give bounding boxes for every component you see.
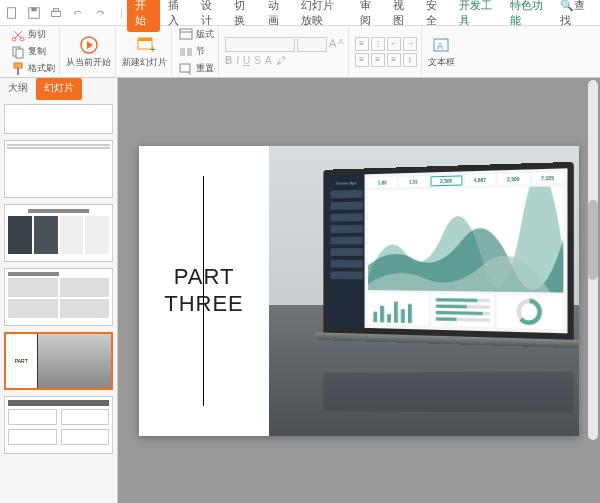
thumb-part-label: PART xyxy=(6,334,38,388)
thumbnail-list[interactable]: PART xyxy=(0,100,117,503)
strike-button[interactable]: S xyxy=(254,55,261,66)
stat-value: 1.89 xyxy=(378,179,387,185)
svg-rect-22 xyxy=(373,311,377,321)
new-slide-label: 新建幻灯片 xyxy=(122,56,167,69)
font-increase-icon[interactable]: A xyxy=(329,37,336,52)
copy-label: 复制 xyxy=(28,45,46,58)
outline-tab[interactable]: 大纲 xyxy=(0,78,36,100)
laptop-screen: Remote Agst 1.89 1.51 2,500 4,867 2,500 xyxy=(323,161,573,339)
cut-label: 剪切 xyxy=(28,28,46,41)
svg-rect-25 xyxy=(394,301,398,322)
svg-rect-18 xyxy=(187,48,192,56)
stat-value: 2,500 xyxy=(507,175,520,181)
slide-title[interactable]: PART THREE xyxy=(164,264,244,317)
section-label: 节 xyxy=(196,45,205,58)
stat-value: 7,325 xyxy=(541,174,554,181)
textbox-button[interactable]: A 文本框 xyxy=(428,35,455,69)
svg-rect-4 xyxy=(53,8,58,11)
file-icon[interactable] xyxy=(4,5,20,21)
format-painter-button[interactable]: 格式刷 xyxy=(10,61,55,77)
align-center-button[interactable]: ≡ xyxy=(371,53,385,67)
font-decrease-icon[interactable]: A xyxy=(338,37,343,52)
layout-group: 版式 节 重置 xyxy=(174,28,219,76)
print-icon[interactable] xyxy=(48,5,64,21)
divider: | xyxy=(120,7,123,19)
bullets-button[interactable]: ≡ xyxy=(355,37,369,51)
slides-group: + 新建幻灯片 xyxy=(118,28,172,76)
svg-rect-29 xyxy=(436,298,477,302)
svg-rect-15 xyxy=(180,29,192,39)
scrollbar-thumb[interactable] xyxy=(588,200,598,280)
svg-rect-13 xyxy=(138,38,152,41)
dashboard-stats: 1.89 1.51 2,500 4,867 2,500 7,325 xyxy=(368,172,563,187)
search-icon: 🔍 xyxy=(560,0,574,11)
svg-text:A: A xyxy=(437,41,443,51)
save-icon[interactable] xyxy=(26,5,42,21)
content-area: 大纲 幻灯片 PART PART THREE xyxy=(0,78,600,503)
new-slide-button[interactable]: + 新建幻灯片 xyxy=(122,35,167,69)
undo-icon[interactable] xyxy=(70,5,86,21)
svg-rect-17 xyxy=(180,48,185,56)
align-right-button[interactable]: ≡ xyxy=(387,53,401,67)
title-line-2: THREE xyxy=(164,291,244,317)
svg-rect-3 xyxy=(52,11,61,16)
highlight-button[interactable]: 🖍 xyxy=(276,55,286,66)
slide-canvas[interactable]: PART THREE Remote Agst xyxy=(118,78,600,503)
dashboard-brand: Remote Agst xyxy=(330,180,362,187)
svg-rect-10 xyxy=(17,68,19,75)
line-spacing-button[interactable]: ↕ xyxy=(403,53,417,67)
reset-button[interactable]: 重置 xyxy=(178,61,214,77)
stat-value: 2,500 xyxy=(440,177,452,183)
slides-tab[interactable]: 幻灯片 xyxy=(36,78,82,100)
tab-special[interactable]: 特色功能 xyxy=(502,0,552,32)
title-line-1: PART xyxy=(164,264,244,290)
slide-thumbnail[interactable] xyxy=(4,140,113,198)
vertical-scrollbar[interactable] xyxy=(588,80,598,440)
indent-inc-button[interactable]: → xyxy=(403,37,417,51)
laptop-photo: Remote Agst 1.89 1.51 2,500 4,867 2,500 xyxy=(269,146,579,436)
dashboard-sidebar: Remote Agst xyxy=(329,174,365,328)
font-size-input[interactable] xyxy=(297,37,327,52)
svg-rect-26 xyxy=(401,309,405,323)
cut-button[interactable]: 剪切 xyxy=(10,27,55,43)
sidepanel-tabs: 大纲 幻灯片 xyxy=(0,78,117,100)
svg-rect-31 xyxy=(436,304,467,308)
stat-value: 4,867 xyxy=(474,176,486,182)
slideshow-group: 从当前开始 xyxy=(62,28,116,76)
svg-rect-23 xyxy=(380,305,384,322)
slide-thumbnail-selected[interactable]: PART xyxy=(4,332,113,390)
layout-button[interactable]: 版式 xyxy=(178,27,214,43)
slide-thumbnail[interactable] xyxy=(4,204,113,262)
clipboard-group: 剪切 复制 格式刷 xyxy=(6,28,60,76)
numbering-button[interactable]: ⋮ xyxy=(371,37,385,51)
svg-rect-33 xyxy=(436,310,483,314)
textbox-group: A 文本框 xyxy=(424,28,459,76)
slide-thumbnail[interactable] xyxy=(4,104,113,134)
reset-label: 重置 xyxy=(196,62,214,75)
svg-rect-35 xyxy=(436,317,457,321)
stat-value: 1.51 xyxy=(409,178,418,184)
paragraph-group: ≡ ⋮ ← → ≡ ≡ ≡ ↕ xyxy=(351,28,422,76)
indent-dec-button[interactable]: ← xyxy=(387,37,401,51)
start-from-current-label: 从当前开始 xyxy=(66,56,111,69)
menubar: | 开始 插入 设计 切换 动画 幻灯片放映 审阅 视图 安全 开发工具 特色功… xyxy=(0,0,600,26)
svg-rect-24 xyxy=(387,314,391,322)
copy-button[interactable]: 复制 xyxy=(10,44,55,60)
tab-developer[interactable]: 开发工具 xyxy=(451,0,501,32)
italic-button[interactable]: I xyxy=(236,55,239,66)
font-color-button[interactable]: A xyxy=(265,55,272,66)
ribbon: 剪切 复制 格式刷 从当前开始 + 新建幻灯片 版式 节 重置 A A xyxy=(0,26,600,78)
bold-button[interactable]: B xyxy=(225,55,232,66)
slide-thumbnail[interactable] xyxy=(4,396,113,454)
underline-button[interactable]: U xyxy=(243,55,250,66)
font-name-input[interactable] xyxy=(225,37,295,52)
slide-panel: 大纲 幻灯片 PART xyxy=(0,78,118,503)
search-button[interactable]: 🔍查找 xyxy=(552,0,596,32)
current-slide[interactable]: PART THREE Remote Agst xyxy=(139,146,579,436)
start-from-current-button[interactable]: 从当前开始 xyxy=(66,35,111,69)
section-button[interactable]: 节 xyxy=(178,44,214,60)
redo-icon[interactable] xyxy=(92,5,108,21)
slide-image-area[interactable]: Remote Agst 1.89 1.51 2,500 4,867 2,500 xyxy=(269,146,579,436)
slide-thumbnail[interactable] xyxy=(4,268,113,326)
align-left-button[interactable]: ≡ xyxy=(355,53,369,67)
